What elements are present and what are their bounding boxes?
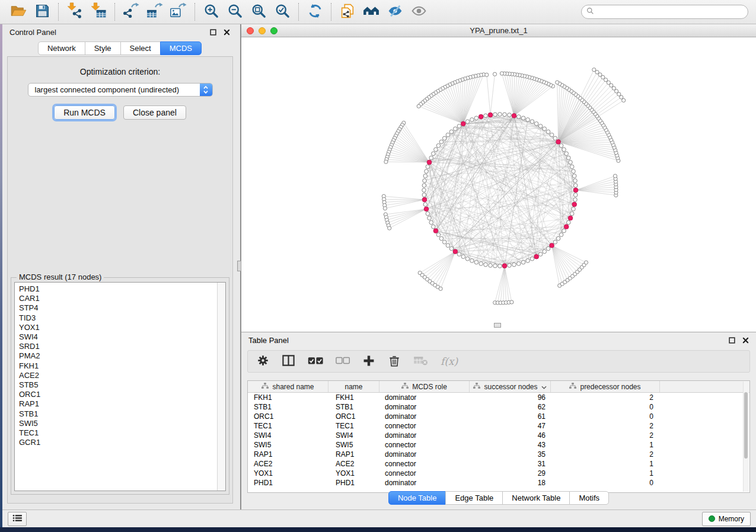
table-row[interactable]: ORC1ORC1dominator610 [248, 412, 749, 421]
column-header-predecessor-nodes[interactable]: predecessor nodes [551, 381, 660, 392]
result-list-item[interactable]: FKH1 [19, 361, 225, 371]
show-graphics-details-icon [411, 3, 427, 21]
import-network-button[interactable] [65, 2, 84, 21]
hide-graphics-details-button[interactable] [385, 2, 404, 21]
column-header-name[interactable]: name [328, 381, 379, 392]
result-list-item[interactable]: CAR1 [19, 294, 225, 303]
dropdown-stepper-icon[interactable] [200, 84, 212, 96]
close-panel-icon[interactable] [224, 29, 230, 36]
column-header-shared-name[interactable]: shared name [248, 381, 328, 392]
close-table-panel-icon[interactable] [742, 337, 749, 344]
tab-network-table[interactable]: Network Table [502, 491, 570, 505]
result-list-item[interactable]: YOX1 [19, 323, 225, 332]
result-list-item[interactable]: TEC1 [19, 428, 225, 438]
network-window-titlebar[interactable]: YPA_prune.txt_1 [241, 24, 756, 37]
tab-mcds[interactable]: MCDS [160, 41, 202, 55]
search-input[interactable] [598, 7, 743, 17]
close-window-icon[interactable] [247, 27, 254, 34]
cell: connector [379, 441, 470, 449]
tab-style[interactable]: Style [85, 41, 121, 55]
table-row[interactable]: YOX1YOX1connector291 [248, 469, 749, 478]
table-mode-gear-button[interactable] [257, 354, 269, 368]
taskbar-menu-button[interactable] [8, 512, 27, 526]
delete-columns-button[interactable] [388, 354, 401, 369]
import-table-button[interactable] [89, 2, 108, 21]
tab-node-table[interactable]: Node Table [388, 491, 446, 505]
column-header-successor-nodes[interactable]: successor nodes [470, 381, 551, 392]
maximize-window-icon[interactable] [270, 27, 277, 34]
export-table-icon [146, 2, 163, 21]
table-row[interactable]: SWI4SWI4dominator462 [248, 431, 749, 440]
zoom-selected-button[interactable] [273, 2, 292, 21]
table-scrollbar[interactable] [743, 382, 749, 492]
divider-handle[interactable] [237, 261, 241, 271]
tab-edge-table[interactable]: Edge Table [445, 491, 503, 505]
cell: STB1 [328, 403, 379, 411]
search-box[interactable] [581, 5, 748, 19]
table-row[interactable]: FKH1FKH1dominator962 [248, 393, 749, 402]
tab-network[interactable]: Network [38, 41, 85, 55]
mcds-result-list[interactable]: PHD1CAR1STP4TID3YOX1SWI4SRD1PMA2FKH1ACE2… [14, 282, 226, 491]
result-list-scrollbar[interactable] [217, 283, 225, 491]
zoom-out-button[interactable] [225, 2, 244, 21]
result-list-item[interactable]: STB1 [19, 409, 225, 419]
cell: FKH1 [248, 393, 328, 402]
result-list-item[interactable]: RAP1 [19, 399, 225, 409]
horizontal-split-handle[interactable] [494, 323, 501, 328]
node-table[interactable]: shared namenameMCDS rolesuccessor nodesp… [247, 380, 750, 493]
memory-button[interactable]: Memory [702, 512, 751, 526]
deselect-all-rows-button[interactable] [336, 356, 350, 367]
result-list-item[interactable]: PMA2 [19, 351, 225, 361]
export-image-button[interactable] [169, 2, 188, 21]
create-column-button[interactable] [362, 354, 375, 369]
refresh-view-button[interactable] [305, 2, 324, 21]
export-network-button[interactable] [122, 2, 141, 21]
save-session-button[interactable] [33, 2, 52, 21]
float-table-panel-icon[interactable] [729, 337, 735, 344]
network-overview-button[interactable] [362, 2, 381, 21]
result-list-item[interactable]: SWI4 [19, 332, 225, 342]
zoom-fit-button[interactable] [249, 2, 268, 21]
result-list-item[interactable]: SRD1 [19, 342, 225, 351]
control-panel: Control Panel NetworkStyleSelectMCDS Opt… [2, 24, 237, 509]
column-header-MCDS-role[interactable]: MCDS role [379, 381, 470, 392]
table-row[interactable]: ACE2ACE2connector311 [248, 459, 749, 469]
panel-split-divider[interactable] [237, 24, 241, 509]
cell: dominator [379, 393, 470, 402]
result-list-item[interactable]: ORC1 [19, 390, 225, 399]
tab-motifs[interactable]: Motifs [569, 491, 609, 505]
create-column-icon [362, 354, 375, 369]
table-row[interactable]: TEC1TEC1connector472 [248, 421, 749, 431]
table-scrollbar-thumb[interactable] [744, 392, 748, 459]
run-mcds-button[interactable]: Run MCDS [54, 105, 115, 120]
zoom-in-button[interactable] [202, 2, 221, 21]
result-list-item[interactable]: ACE2 [19, 371, 225, 380]
result-list-item[interactable]: SWI5 [19, 419, 225, 428]
float-panel-icon[interactable] [210, 29, 216, 36]
result-list-item[interactable]: TID3 [19, 313, 225, 323]
open-session-button[interactable] [9, 2, 28, 21]
result-list-item[interactable]: GCR1 [19, 438, 225, 447]
zoom-in-icon [203, 3, 219, 21]
column-label: MCDS role [412, 383, 447, 391]
show-columns-button[interactable] [282, 354, 295, 369]
result-list-item[interactable]: PHD1 [19, 284, 225, 294]
criterion-dropdown[interactable]: largest connected component (undirected) [28, 83, 213, 97]
export-table-button[interactable] [145, 2, 164, 21]
tab-select[interactable]: Select [120, 41, 161, 55]
minimize-window-icon[interactable] [259, 27, 266, 34]
table-row[interactable]: RAP1RAP1dominator352 [248, 450, 749, 459]
cell: RAP1 [248, 450, 328, 459]
show-graphics-details-button[interactable] [409, 2, 428, 21]
result-list-item[interactable]: STP4 [19, 303, 225, 313]
result-list-item[interactable]: STB5 [19, 380, 225, 390]
table-panel-title: Table Panel [248, 336, 722, 345]
select-all-rows-button[interactable] [308, 356, 323, 367]
clone-network-button[interactable] [338, 2, 357, 21]
table-row[interactable]: PHD1PHD1dominator180 [248, 478, 749, 488]
table-row[interactable]: STB1STB1dominator620 [248, 402, 749, 412]
network-window-title: YPA_prune.txt_1 [241, 26, 756, 35]
table-row[interactable]: SWI5SWI5connector431 [248, 440, 749, 450]
close-panel-button[interactable]: Close panel [123, 105, 186, 120]
network-canvas[interactable] [241, 37, 756, 331]
